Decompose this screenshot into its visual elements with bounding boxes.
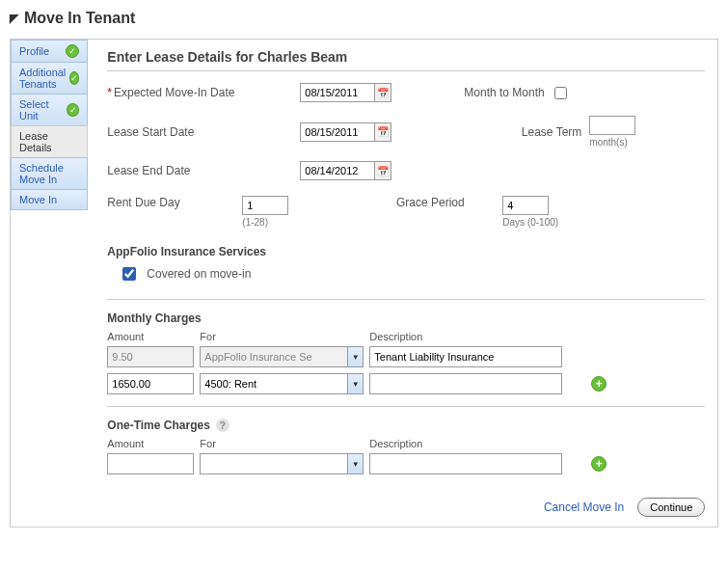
sidebar-item-profile[interactable]: Profile ✓ bbox=[11, 40, 88, 63]
sidebar-item-label: Lease Details bbox=[19, 130, 79, 153]
expected-move-in-label: *Expected Move-In Date bbox=[107, 86, 300, 99]
check-icon: ✓ bbox=[69, 71, 79, 85]
calendar-icon[interactable]: 📅 bbox=[374, 161, 391, 180]
sidebar-item-label: Profile bbox=[19, 45, 49, 57]
expected-move-in-input[interactable] bbox=[300, 83, 375, 102]
monthly-for-select bbox=[200, 346, 364, 367]
col-description: Description bbox=[369, 331, 562, 342]
sidebar-item-move-in[interactable]: Move In bbox=[11, 189, 88, 210]
add-row-button[interactable]: + bbox=[591, 456, 607, 472]
rent-due-day-label: Rent Due Day bbox=[107, 196, 242, 209]
onetime-for-select[interactable] bbox=[200, 453, 364, 474]
monthly-description-input[interactable] bbox=[369, 346, 562, 367]
divider bbox=[107, 299, 705, 300]
calendar-icon[interactable]: 📅 bbox=[374, 83, 391, 102]
monthly-charge-row: ▼ + bbox=[107, 373, 705, 394]
onetime-amount-input[interactable] bbox=[107, 453, 194, 474]
onetime-charge-row: ▼ + bbox=[107, 453, 705, 474]
monthly-charge-row: ▼ bbox=[107, 346, 705, 367]
cancel-move-in-link[interactable]: Cancel Move In bbox=[544, 500, 624, 514]
monthly-amount-input bbox=[107, 346, 194, 367]
sidebar-item-label: Select Unit bbox=[19, 98, 67, 122]
check-icon: ✓ bbox=[66, 44, 79, 58]
monthly-charges-header: Amount For Description bbox=[107, 331, 705, 342]
main-container: Profile ✓ Additional Tenants ✓ Select Un… bbox=[10, 39, 718, 527]
col-description: Description bbox=[369, 438, 562, 449]
col-amount: Amount bbox=[107, 331, 194, 342]
sidebar-item-label: Move In bbox=[19, 194, 57, 205]
help-icon[interactable]: ? bbox=[216, 419, 229, 432]
onetime-charges-header: Amount For Description bbox=[107, 438, 705, 449]
lease-term-label: Lease Term bbox=[464, 125, 589, 139]
section-heading: Enter Lease Details for Charles Beam bbox=[107, 49, 705, 71]
lease-start-input[interactable] bbox=[300, 122, 375, 142]
wizard-sidebar: Profile ✓ Additional Tenants ✓ Select Un… bbox=[11, 40, 88, 527]
sidebar-item-additional-tenants[interactable]: Additional Tenants ✓ bbox=[11, 62, 88, 95]
sidebar-item-label: Additional Tenants bbox=[19, 67, 69, 90]
sidebar-item-schedule-move-in[interactable]: Schedule Move In bbox=[11, 157, 88, 190]
onetime-charges-heading: One-Time Charges ? bbox=[107, 419, 705, 432]
page-title-text: Move In Tenant bbox=[24, 10, 135, 27]
grace-period-helper: Days (0-100) bbox=[502, 217, 608, 228]
add-row-button[interactable]: + bbox=[591, 376, 607, 392]
insurance-heading: AppFolio Insurance Services bbox=[107, 245, 705, 258]
month-to-month-label: Month to Month bbox=[464, 86, 544, 99]
lease-end-label: Lease End Date bbox=[107, 164, 300, 177]
covered-label: Covered on move-in bbox=[147, 267, 251, 281]
dropdown-icon[interactable]: ▼ bbox=[347, 454, 363, 473]
sidebar-item-label: Schedule Move In bbox=[19, 162, 79, 185]
month-to-month-checkbox[interactable] bbox=[554, 87, 567, 99]
lease-term-helper: month(s) bbox=[589, 137, 705, 148]
page-title: ◤ Move In Tenant bbox=[10, 10, 718, 27]
monthly-amount-input[interactable] bbox=[107, 373, 194, 394]
check-icon: ✓ bbox=[67, 103, 79, 117]
onetime-description-input[interactable] bbox=[369, 453, 562, 474]
monthly-for-select[interactable] bbox=[200, 373, 364, 394]
col-for: For bbox=[200, 331, 364, 342]
footer-actions: Cancel Move In Continue bbox=[107, 498, 705, 517]
lease-start-label: Lease Start Date bbox=[107, 125, 300, 139]
divider bbox=[107, 406, 705, 407]
sidebar-item-lease-details: Lease Details bbox=[11, 125, 88, 158]
dropdown-icon: ▼ bbox=[347, 347, 363, 366]
rent-due-day-input[interactable] bbox=[242, 196, 288, 215]
rent-due-day-helper: (1-28) bbox=[242, 217, 358, 228]
calendar-icon[interactable]: 📅 bbox=[374, 122, 391, 142]
col-for: For bbox=[200, 438, 364, 449]
lease-end-field: 📅 bbox=[300, 161, 464, 180]
continue-button[interactable]: Continue bbox=[637, 498, 705, 517]
covered-checkbox[interactable] bbox=[122, 267, 136, 281]
col-amount: Amount bbox=[107, 438, 194, 449]
lease-start-field: 📅 bbox=[300, 122, 464, 142]
dropdown-icon[interactable]: ▼ bbox=[347, 374, 363, 393]
expected-move-in-field: 📅 bbox=[300, 83, 464, 102]
lease-dates-grid: *Expected Move-In Date 📅 Month to Month … bbox=[107, 83, 705, 180]
grace-period-label: Grace Period bbox=[358, 196, 502, 209]
grace-period-input[interactable] bbox=[502, 196, 549, 215]
monthly-description-input[interactable] bbox=[369, 373, 562, 394]
sidebar-item-select-unit[interactable]: Select Unit ✓ bbox=[11, 94, 88, 126]
main-panel: Enter Lease Details for Charles Beam *Ex… bbox=[88, 40, 724, 527]
collapse-arrow-icon: ◤ bbox=[10, 12, 18, 25]
rent-row: Rent Due Day (1-28) Grace Period Days (0… bbox=[107, 196, 705, 228]
lease-term-input[interactable] bbox=[589, 116, 635, 135]
lease-end-input[interactable] bbox=[300, 161, 375, 180]
monthly-charges-heading: Monthly Charges bbox=[107, 311, 705, 325]
